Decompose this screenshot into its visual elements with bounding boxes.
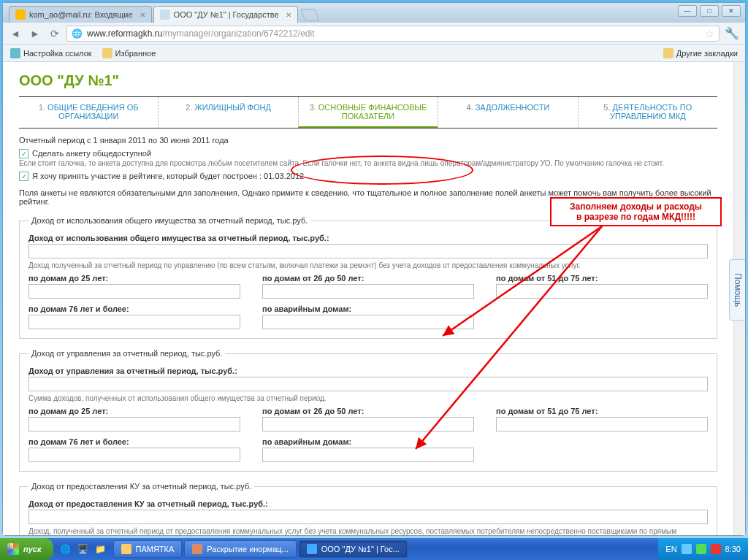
input-emergency[interactable]	[262, 448, 474, 462]
input-76plus[interactable]	[28, 448, 240, 462]
rating-checkbox-row: ✓ Я хочу принять участие в рейтинге, кот…	[19, 172, 717, 181]
tab-activity[interactable]: 5.ДЕЯТЕЛЬНОСТЬ ПО УПРАВЛЕНИЮ МКД	[578, 97, 717, 128]
taskbar: пуск 🌐 🖥️ 📁 ПАМЯТКА Раскрытие инормац...…	[0, 538, 748, 560]
col-label: по домам до 25 лет:	[28, 274, 240, 283]
col-label: по домам 76 лет и более:	[28, 437, 240, 446]
settings-icon[interactable]: 🔧	[723, 26, 741, 42]
browser-tab-0[interactable]: kom_ao@mail.ru: Входящие ✕	[9, 6, 152, 23]
reload-button[interactable]: ⟳	[47, 26, 63, 42]
close-icon[interactable]: ✕	[140, 11, 145, 19]
rating-checkbox[interactable]: ✓	[19, 172, 28, 181]
favicon-icon	[15, 9, 26, 20]
lang-indicator[interactable]: EN	[665, 545, 676, 553]
bookmark-item[interactable]: Настройка ссылок	[10, 48, 92, 58]
input-upto25[interactable]	[28, 417, 240, 431]
window-controls: — □ ✕	[678, 5, 741, 17]
income-ku-input[interactable]	[28, 510, 708, 524]
field-label: Доход от управления за отчетный период, …	[28, 367, 708, 375]
annotation-line: в разрезе по годам МКД!!!!!	[556, 212, 716, 222]
col-label: по аварийным домам:	[262, 304, 474, 313]
col-label: по домам от 26 до 50 лет:	[262, 407, 474, 415]
task-button[interactable]: Раскрытие инормац...	[184, 540, 296, 558]
browser-tab-1[interactable]: ООО "ДУ №1" | Государстве ✕	[153, 6, 298, 23]
input-51-75[interactable]	[496, 284, 708, 299]
tab-title: kom_ao@mail.ru: Входящие	[29, 10, 133, 19]
col-label: по домам до 25 лет:	[28, 407, 240, 415]
help-tab[interactable]: Помощь	[729, 259, 745, 321]
income-management-input[interactable]	[28, 377, 708, 391]
field-label: Доход от использования общего имущества …	[28, 234, 708, 242]
checkbox-label: Сделать анкету общедоступной	[32, 149, 151, 158]
task-button[interactable]: ПАМЯТКА	[113, 540, 183, 558]
annotation-callout: Заполняем доходы и расходы в разрезе по …	[550, 197, 722, 226]
checkbox-label: Я хочу принять участие в рейтинге, котор…	[32, 172, 304, 180]
field-hint: Доход полученный за отчетный период по у…	[28, 261, 708, 269]
bookmark-item[interactable]: Другие закладки	[663, 48, 738, 58]
tab-general[interactable]: 1.ОБЩИЕ СВЕДЕНИЯ ОБ ОРГАНИЗАЦИИ	[19, 97, 158, 128]
bookmark-icon	[10, 48, 20, 58]
public-checkbox[interactable]: ✓	[19, 149, 28, 158]
browser-window: kom_ao@mail.ru: Входящие ✕ ООО "ДУ №1" |…	[2, 2, 746, 536]
fieldset-ku: Доход от предоставления КУ за отчетный п…	[19, 482, 717, 535]
input-76plus[interactable]	[28, 315, 240, 329]
close-button[interactable]: ✕	[722, 5, 741, 17]
input-emergency[interactable]	[262, 315, 474, 329]
desktop-icon[interactable]: 🖥️	[75, 540, 91, 558]
folder-icon	[102, 48, 112, 58]
start-button[interactable]: пуск	[0, 538, 53, 560]
new-tab-button[interactable]	[300, 9, 319, 20]
clock: 8:30	[725, 545, 741, 553]
col-label: по домам от 26 до 50 лет:	[262, 274, 474, 283]
bookmark-star-icon[interactable]: ☆	[705, 28, 714, 39]
input-upto25[interactable]	[28, 284, 240, 299]
globe-icon: 🌐	[72, 28, 83, 39]
tab-housing[interactable]: 2.ЖИЛИЩНЫЙ ФОНД	[158, 97, 297, 128]
fieldset-management: Доход от управления за отчетный период, …	[19, 349, 717, 472]
url-path: /mymanager/organization/6742212/edit	[162, 28, 314, 39]
col-label: по домам от 51 до 75 лет:	[496, 407, 708, 415]
browser-toolbar: ◄ ► ⟳ 🌐 www.reformagkh.ru/mymanager/orga…	[3, 23, 745, 45]
task-button-active[interactable]: ООО "ДУ №1" | Гос...	[299, 540, 408, 558]
bookmarks-bar: Настройка ссылок Избранное Другие заклад…	[3, 45, 745, 62]
tab-debts[interactable]: 4.ЗАДОЛЖЕННОСТИ	[438, 97, 577, 128]
tab-bar: kom_ao@mail.ru: Входящие ✕ ООО "ДУ №1" |…	[3, 3, 745, 23]
favicon-icon	[160, 9, 170, 20]
url-host: www.reformagkh.ru	[87, 28, 162, 39]
tray-icon[interactable]	[696, 544, 706, 554]
fieldset-legend: Доход от управления за отчетный период, …	[28, 349, 225, 358]
folder-icon	[121, 544, 131, 554]
field-hint: Сумма доходов, полученных от использован…	[28, 394, 708, 402]
field-hint: Доход, полученный за отчетный период от …	[28, 527, 708, 535]
input-26-50[interactable]	[262, 417, 474, 431]
fieldset-common-property: Доход от использования общего имущества …	[19, 216, 717, 339]
nav-tabs: 1.ОБЩИЕ СВЕДЕНИЯ ОБ ОРГАНИЗАЦИИ 2.ЖИЛИЩН…	[19, 96, 717, 129]
explorer-icon[interactable]: 📁	[93, 540, 109, 558]
reporting-period: Отчетный период с 1 января 2011 по 30 ию…	[19, 136, 717, 145]
page-content: ООО "ДУ №1" 1.ОБЩИЕ СВЕДЕНИЯ ОБ ОРГАНИЗА…	[3, 62, 733, 535]
system-tray: EN 8:30	[658, 538, 748, 560]
annotation-line: Заполняем доходы и расходы	[556, 202, 716, 212]
page-title: ООО "ДУ №1"	[19, 72, 717, 89]
tray-icon[interactable]	[682, 544, 692, 554]
back-button[interactable]: ◄	[7, 26, 23, 42]
input-51-75[interactable]	[496, 417, 708, 431]
tray-icon[interactable]	[711, 544, 721, 554]
quick-launch: 🌐 🖥️ 📁	[58, 540, 109, 558]
close-icon[interactable]: ✕	[286, 11, 291, 19]
bookmark-item[interactable]: Избранное	[102, 48, 156, 58]
forward-button[interactable]: ►	[27, 26, 43, 42]
checkbox-hint: Если стоит галочка, то анкета доступна д…	[19, 159, 717, 167]
maximize-button[interactable]: □	[700, 5, 719, 17]
public-checkbox-row: ✓ Сделать анкету общедоступной	[19, 149, 717, 158]
windows-logo-icon	[7, 543, 19, 555]
field-label: Доход от предоставления КУ за отчетный п…	[28, 499, 708, 508]
income-common-input[interactable]	[28, 244, 708, 258]
col-label: по аварийным домам:	[262, 437, 474, 446]
fieldset-legend: Доход от предоставления КУ за отчетный п…	[28, 482, 254, 491]
url-bar[interactable]: 🌐 www.reformagkh.ru/mymanager/organizati…	[66, 26, 720, 42]
col-label: по домам 76 лет и более:	[28, 304, 240, 313]
ie-icon[interactable]: 🌐	[58, 540, 74, 558]
input-26-50[interactable]	[262, 284, 474, 299]
minimize-button[interactable]: —	[678, 5, 697, 17]
tab-finance[interactable]: 3.ОСНОВНЫЕ ФИНАНСОВЫЕ ПОКАЗАТЕЛИ	[298, 97, 438, 128]
